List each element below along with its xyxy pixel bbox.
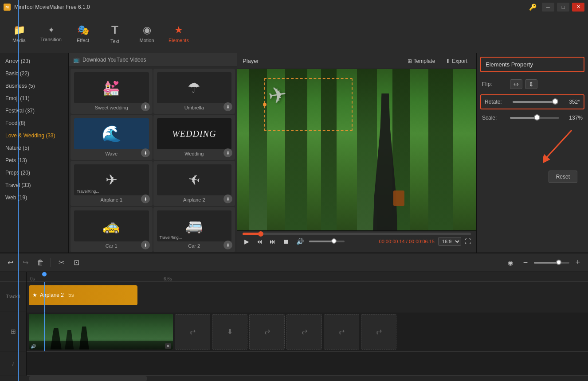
toolbar-item-elements[interactable]: ★ Elements <box>163 18 194 49</box>
progress-bar[interactable] <box>243 233 471 235</box>
toolbar-item-text[interactable]: T Text <box>99 18 130 49</box>
transition-icon: ✦ <box>48 25 55 35</box>
reset-button[interactable]: Reset <box>549 171 577 183</box>
scale-row: Scale: 137% <box>477 111 588 124</box>
transition-placeholder-6[interactable]: ⇄ <box>361 314 396 350</box>
download-button-airplane1[interactable]: ⬇ <box>141 194 150 203</box>
playhead-head <box>42 272 47 276</box>
download-bar[interactable]: 📺 Download YouTube Videos <box>69 53 237 67</box>
rotate-slider[interactable] <box>513 101 557 103</box>
element-airplane2[interactable]: ✈ Airplane 2 ⬇ <box>153 161 235 206</box>
aspect-ratio-select[interactable]: 16:9 4:3 1:1 <box>438 237 461 246</box>
zoom-slider[interactable] <box>534 262 569 264</box>
category-basic[interactable]: Basic (22) <box>0 67 68 80</box>
transition-placeholder-3[interactable]: ⇄ <box>249 314 285 350</box>
element-preview-car1: 🚕 <box>74 210 149 241</box>
maximize-button[interactable]: □ <box>557 3 569 12</box>
fullscreen-button[interactable]: ⛶ <box>465 238 471 245</box>
category-love-wedding[interactable]: Love & Wedding (33) <box>0 129 68 142</box>
element-label-umbrella: Umbrella <box>184 105 204 110</box>
category-travel[interactable]: Travel (33) <box>0 179 68 191</box>
next-button[interactable]: ⏭ <box>268 237 278 246</box>
toolbar-item-media[interactable]: 📁 Media <box>4 18 35 49</box>
category-web[interactable]: Web (19) <box>0 191 68 204</box>
zoom-thumb[interactable] <box>556 260 561 265</box>
video-clip[interactable]: 🔊 ✕ <box>29 314 173 350</box>
controls-row: ▶ ⏮ ⏭ ⏹ 🔊 00:00:00.14 / 00:00:06.15 16:9… <box>243 237 471 246</box>
cut-button[interactable]: ✂ <box>55 257 68 269</box>
download-button-wedding[interactable]: ⬇ <box>223 148 232 157</box>
download-button-car1[interactable]: ⬇ <box>141 241 150 249</box>
scale-fill <box>510 117 537 119</box>
download-button-sweet-wedding[interactable]: ⬇ <box>141 102 150 111</box>
category-emoji[interactable]: Emoji (11) <box>0 92 68 105</box>
app-title: MiniTool MovieMaker Free 6.1.0 <box>14 4 525 10</box>
element-sweet-wedding[interactable]: 💒 Sweet wedding ⬇ <box>71 69 153 114</box>
category-food[interactable]: Food (8) <box>0 117 68 129</box>
property-arrow-svg <box>543 128 578 163</box>
player-toolbar: Player ⊞ Template ⬆ Export <box>237 53 476 69</box>
stop-button[interactable]: ⏹ <box>281 237 291 246</box>
element-wedding[interactable]: WEDDING Wedding ⬇ <box>153 115 235 160</box>
scale-slider[interactable] <box>510 117 559 119</box>
timeline-ruler: 0s 6.6s <box>27 272 588 282</box>
play-button[interactable]: ▶ <box>243 237 251 246</box>
element-car1[interactable]: 🚕 Car 1 ⬇ <box>71 207 153 252</box>
toolbar-item-motion[interactable]: ◉ Motion <box>131 18 162 49</box>
rotate-box: Rotate: 352° <box>480 94 584 109</box>
element-wave[interactable]: 🌊 Wave ⬇ <box>71 115 153 160</box>
arrow-visual-area <box>482 128 583 163</box>
download-button-wave[interactable]: ⬇ <box>141 148 150 157</box>
flip-buttons: ⇔ ⇕ <box>510 79 537 89</box>
minimize-button[interactable]: ─ <box>542 3 554 12</box>
delete-button[interactable]: 🗑 <box>34 257 47 269</box>
timeline-toolbar: ↩ ↪ 🗑 ✂ ⊡ ◉ − + <box>0 253 588 272</box>
transition-placeholder-2[interactable]: ⬇ <box>212 314 247 350</box>
volume-button[interactable]: 🔊 <box>294 237 306 246</box>
playhead-line <box>44 282 45 312</box>
category-pets[interactable]: Pets (13) <box>0 154 68 167</box>
player-label: Player <box>243 58 400 64</box>
transition-placeholder-5[interactable]: ⇄ <box>324 314 359 350</box>
crop-button[interactable]: ⊡ <box>70 257 83 269</box>
progress-thumb[interactable] <box>258 231 263 237</box>
category-arrow[interactable]: Arrow (23) <box>0 55 68 67</box>
zoom-out-button[interactable]: − <box>519 257 532 269</box>
category-nature[interactable]: Nature (5) <box>0 142 68 154</box>
timeline-scrollbar[interactable] <box>0 376 588 381</box>
key-icon: 🔑 <box>529 4 537 11</box>
category-festival[interactable]: Festival (37) <box>0 105 68 117</box>
element-umbrella[interactable]: ☂ Umbrella ⬇ <box>153 69 235 114</box>
download-button-airplane2[interactable]: ⬇ <box>223 194 232 203</box>
category-props[interactable]: Props (20) <box>0 167 68 179</box>
export-button[interactable]: ⬆ Export <box>442 56 471 66</box>
rotate-thumb[interactable] <box>552 98 558 105</box>
video-track: 🔊 ✕ ⇄ ⬇ ⇄ ⇄ ⇄ <box>27 312 588 352</box>
close-button[interactable]: ✕ <box>572 3 584 12</box>
scale-thumb[interactable] <box>534 114 540 121</box>
zoom-in-button[interactable]: + <box>571 257 584 269</box>
volume-thumb[interactable] <box>331 238 337 244</box>
download-button-umbrella[interactable]: ⬇ <box>223 102 232 111</box>
volume-slider[interactable] <box>309 241 345 242</box>
undo-button[interactable]: ↩ <box>4 257 17 269</box>
template-button[interactable]: ⊞ Template <box>404 56 439 66</box>
element-preview-car2: 🚐 TravelRing... <box>157 210 232 241</box>
transition-placeholder-4[interactable]: ⇄ <box>286 314 322 350</box>
selection-handle[interactable] <box>263 103 267 106</box>
element-airplane1[interactable]: ✈ TravelRing... Airplane 1 ⬇ <box>71 161 153 206</box>
toolbar-item-transition[interactable]: ✦ Transition <box>35 18 67 49</box>
redo-button[interactable]: ↪ <box>19 257 32 269</box>
flip-vertical-button[interactable]: ⇕ <box>525 79 537 89</box>
toolbar-item-effect[interactable]: 🎭 Effect <box>67 18 98 49</box>
element-car2[interactable]: 🚐 TravelRing... Car 2 ⬇ <box>153 207 235 252</box>
track-labels: Track1 ⊞ ♪ <box>0 272 27 376</box>
transition-placeholder-1[interactable]: ⇄ <box>175 314 210 350</box>
audio-track <box>27 352 588 376</box>
category-business[interactable]: Business (5) <box>0 80 68 92</box>
download-button-car2[interactable]: ⬇ <box>223 241 232 249</box>
prev-button[interactable]: ⏮ <box>255 237 264 246</box>
flip-horizontal-button[interactable]: ⇔ <box>510 79 522 89</box>
clip-name: Airplane 2 <box>40 292 64 298</box>
player-controls: ▶ ⏮ ⏭ ⏹ 🔊 00:00:00.14 / 00:00:06.15 16:9… <box>237 230 476 253</box>
